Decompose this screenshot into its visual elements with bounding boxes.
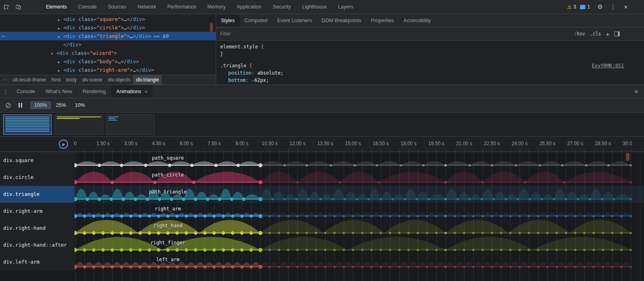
timeline-scrollbar-thumb[interactable] [626, 153, 630, 161]
animation-group-preview[interactable] [106, 114, 155, 135]
animation-row[interactable]: div.trianglepath_triangle [0, 186, 644, 203]
drawer-tab-what-s-new[interactable]: What's New [40, 85, 77, 98]
styles-tab-styles[interactable]: Styles [216, 14, 239, 27]
animation-track[interactable]: right_arm [74, 203, 644, 220]
animation-row[interactable]: div.right-handright_hand [0, 220, 644, 237]
breadcrumb-item[interactable]: ult.result-iframe [10, 75, 49, 85]
styles-tab-accessibility[interactable]: Accessibility [399, 14, 436, 27]
tab-layers[interactable]: Layers [332, 0, 359, 14]
warning-icon[interactable]: ⚠ [567, 4, 572, 10]
styles-tab-dom-breakpoints[interactable]: DOM Breakpoints [317, 14, 366, 27]
animation-track[interactable]: path_triangle [74, 186, 644, 203]
device-toolbar-icon[interactable] [12, 0, 24, 14]
dom-tree-row[interactable]: ▶<div class="circle">…</div> [0, 23, 216, 32]
style-property[interactable]: position: absolute; [220, 69, 640, 77]
speed-10[interactable]: 10% [71, 101, 89, 109]
property-value: -62px; [252, 77, 269, 83]
clear-all-icon[interactable] [4, 98, 12, 112]
animation-row[interactable]: div.squarepath_square [0, 152, 644, 169]
drawer-tab-rendering[interactable]: Rendering [77, 85, 111, 98]
tab-security[interactable]: Security [267, 0, 297, 14]
preview-line [5, 131, 50, 132]
tab-network[interactable]: Network [132, 0, 162, 14]
issues-icon[interactable] [580, 5, 585, 9]
replay-button[interactable]: ▶ [59, 139, 68, 149]
inspect-element-icon[interactable] [0, 0, 12, 14]
animation-row[interactable]: div.right-hand::afterright_finger [0, 237, 644, 254]
animation-row[interactable]: div.left-armleft_arm [0, 254, 644, 271]
dom-tree-row[interactable]: ▼<div class="wizard"> [0, 49, 216, 57]
close-devtools-icon[interactable]: ✕ [620, 4, 632, 10]
animation-group-preview[interactable] [55, 114, 103, 135]
speed-25[interactable]: 25% [52, 101, 70, 109]
tab-console[interactable]: Console [72, 0, 102, 14]
animation-track[interactable]: path_square [74, 152, 644, 169]
breadcrumb-item[interactable]: div.scene [79, 75, 105, 85]
animation-row[interactable]: div.right-armright_arm [0, 203, 644, 220]
styles-tab-computed[interactable]: Computed [239, 14, 272, 27]
expand-arrow-icon[interactable]: ▶ [58, 33, 63, 41]
animation-row-label[interactable]: div.right-arm [0, 203, 74, 220]
expand-arrow-icon[interactable]: ▶ [58, 67, 63, 75]
close-tab-icon[interactable]: × [144, 89, 148, 95]
more-options-icon[interactable]: ⋮ [607, 3, 619, 10]
animation-row[interactable]: div.circlepath_circle [0, 169, 644, 186]
drawer-tab-console[interactable]: Console [11, 85, 40, 98]
tab-sources[interactable]: Sources [102, 0, 132, 14]
style-source-link[interactable]: ExyYRMK:851 [592, 62, 624, 69]
drawer-tab-animations[interactable]: Animations× [111, 85, 153, 98]
breadcrumb-item[interactable]: div.triangle [133, 75, 162, 85]
dom-tree-row[interactable]: ▶<div class="right-arm">…</div> [0, 66, 216, 74]
rule-selector[interactable]: .triangle [220, 63, 246, 69]
tab-performance[interactable]: Performance [162, 0, 202, 14]
speed-100[interactable]: 100% [30, 101, 51, 109]
hover-state-toggle[interactable]: :hov [574, 31, 585, 37]
rule-selector[interactable]: element.style [220, 44, 258, 50]
preview-line [108, 120, 117, 121]
ruler-labels: 01.50 s3.00 s4.50 s6.00 s7.50 s9.00 s10.… [0, 137, 632, 152]
breadcrumb-item[interactable]: html [49, 75, 64, 85]
drawer-close-icon[interactable]: ✕ [629, 85, 644, 98]
tab-lighthouse[interactable]: Lighthouse [297, 0, 332, 14]
class-toggle[interactable]: .cls [590, 31, 601, 37]
breadcrumb-overflow-icon[interactable]: ⋯ [0, 77, 10, 83]
preview-line [5, 123, 50, 124]
dom-tree-row[interactable]: </div> [0, 40, 216, 49]
animation-track[interactable]: left_arm [74, 254, 644, 271]
animation-row-label[interactable]: div.circle [0, 169, 74, 186]
animation-row-label[interactable]: div.right-hand [0, 220, 74, 237]
animation-row-label[interactable]: div.left-arm [0, 254, 74, 271]
animation-track[interactable]: right_hand [74, 220, 644, 237]
animations-timeline: ▶ 01.50 s3.00 s4.50 s6.00 s7.50 s9.00 s1… [0, 137, 644, 281]
settings-gear-icon[interactable]: ⚙ [594, 3, 606, 10]
tab-elements[interactable]: Elements [40, 0, 72, 14]
styles-tab-properties[interactable]: Properties [366, 14, 399, 27]
breadcrumb-item[interactable]: body [63, 75, 79, 85]
drawer-menu-icon[interactable]: ⋮ [0, 85, 11, 98]
animation-row-label[interactable]: div.square [0, 152, 74, 169]
expand-arrow-icon[interactable]: ▶ [58, 58, 63, 67]
animation-group-preview[interactable] [3, 114, 52, 135]
dom-tree-row[interactable]: ▶<div class="body">…</div> [0, 57, 216, 66]
animation-row-label[interactable]: div.right-hand::after [0, 237, 74, 254]
expand-arrow-icon[interactable]: ▶ [58, 24, 63, 33]
animation-track[interactable]: path_circle [74, 169, 644, 186]
animation-track[interactable]: right_finger [74, 237, 644, 254]
pause-all-icon[interactable] [19, 103, 22, 108]
tab-memory[interactable]: Memory [202, 0, 231, 14]
styles-filter-input[interactable] [220, 31, 333, 37]
style-property[interactable]: bottom: -62px; [220, 77, 640, 84]
tab-application[interactable]: Application [231, 0, 267, 14]
expand-arrow-icon[interactable]: ▶ [58, 16, 63, 24]
dom-tree-row[interactable]: ▶<div class="square">…</div> [0, 15, 216, 23]
dom-tree-row[interactable]: ⋯▶<div class="triangle">…</div>== $0 [0, 32, 216, 40]
styles-tab-event-listeners[interactable]: Event Listeners [272, 14, 317, 27]
animation-row-label[interactable]: div.triangle [0, 186, 74, 203]
breadcrumb-item[interactable]: div.objects [105, 75, 133, 85]
expand-arrow-icon[interactable]: ▼ [51, 50, 56, 58]
row-overflow-icon[interactable]: ⋯ [2, 32, 6, 40]
sidebar-collapse-icon[interactable] [614, 31, 620, 36]
elements-scrollbar-thumb[interactable] [210, 23, 213, 32]
drawer-tabs: ConsoleWhat's NewRenderingAnimations× [11, 85, 153, 98]
new-style-rule-icon[interactable]: + [606, 31, 609, 37]
